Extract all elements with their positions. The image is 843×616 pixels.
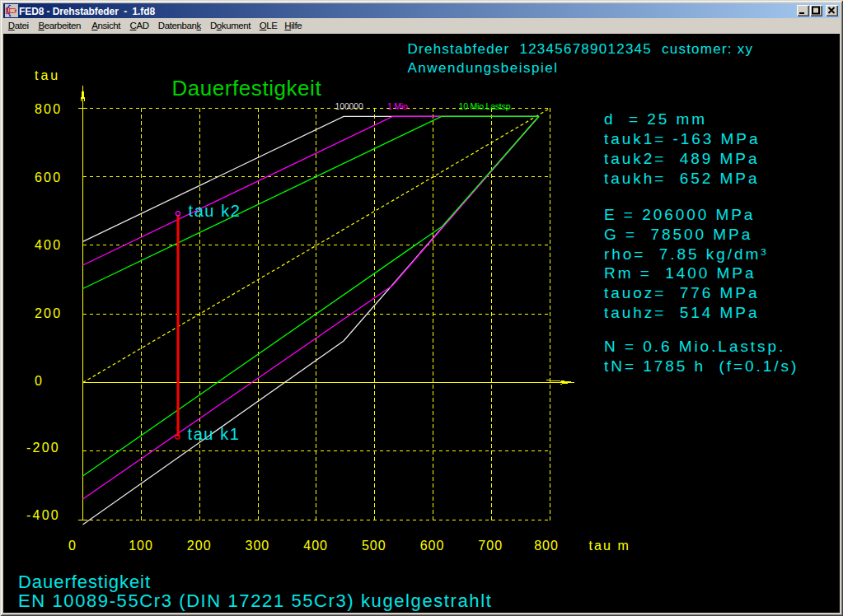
svg-text:100: 100 [129,539,153,553]
svg-text:0: 0 [68,539,77,553]
svg-text:tauk2= 489 MPa: tauk2= 489 MPa [604,150,759,167]
svg-text:600: 600 [420,539,445,553]
svg-text:600: 600 [35,170,62,184]
svg-text:G = 78500 MPa: G = 78500 MPa [604,226,752,243]
svg-text:200: 200 [35,306,62,320]
svg-text:500: 500 [362,539,386,553]
svg-text:400: 400 [303,539,328,553]
svg-text:Dauerfestigkeit: Dauerfestigkeit [172,76,322,100]
svg-text:Dauerfestigkeit: Dauerfestigkeit [18,572,151,592]
svg-text:Rm = 1400 MPa: Rm = 1400 MPa [604,264,756,282]
svg-text:400: 400 [35,238,62,252]
svg-text:tauoz= 776 MPa: tauoz= 776 MPa [604,284,759,301]
svg-text:1 Mio.: 1 Mio. [387,101,410,111]
svg-text:tau k2: tau k2 [189,202,241,220]
svg-text:800: 800 [534,539,559,553]
svg-text:taukh= 652 MPa: taukh= 652 MPa [604,170,759,187]
svg-text:300: 300 [246,539,270,553]
svg-text:200: 200 [187,539,212,553]
svg-text:EN 10089-55Cr3 (DIN 17221 55Cr: EN 10089-55Cr3 (DIN 17221 55Cr3) kugelge… [18,590,492,611]
svg-text:10 Mio.Lastsp.: 10 Mio.Lastsp. [459,101,513,111]
svg-text:E = 206000 MPa: E = 206000 MPa [604,206,755,223]
svg-text:d = 25 mm: d = 25 mm [604,110,707,128]
svg-text:tN= 1785 h (f=0.1/s): tN= 1785 h (f=0.1/s) [604,357,799,375]
svg-text:tau: tau [35,68,60,82]
svg-text:Drehstabfeder 123456789012345: Drehstabfeder 123456789012345 customer: … [408,41,754,57]
svg-text:-200: -200 [26,441,60,455]
svg-text:0: 0 [35,374,44,388]
svg-text:Anwendungsbeispiel: Anwendungsbeispiel [408,60,559,76]
svg-text:tau k1: tau k1 [188,425,241,443]
svg-text:100000: 100000 [335,101,363,111]
svg-text:700: 700 [478,539,503,553]
svg-text:tau m: tau m [589,539,631,553]
svg-text:800: 800 [35,102,62,116]
svg-text:tauhz= 514 MPa: tauhz= 514 MPa [604,304,759,321]
svg-text:tauk1= -163 MPa: tauk1= -163 MPa [604,130,760,147]
svg-text:rho= 7.85 kg/dm³: rho= 7.85 kg/dm³ [604,245,769,263]
svg-text:N = 0.6 Mio.Lastsp.: N = 0.6 Mio.Lastsp. [604,338,785,355]
svg-text:-400: -400 [26,508,60,522]
